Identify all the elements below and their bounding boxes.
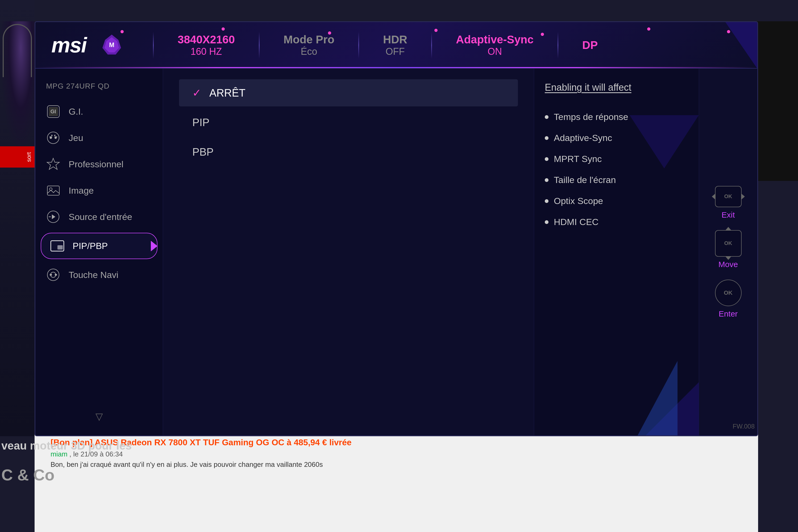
affect-label-4: Optix Scope <box>554 196 603 206</box>
input-stat: DP <box>572 39 608 52</box>
move-control[interactable]: OK Move <box>715 230 742 269</box>
adaptive-stat: Adaptive-Sync ON <box>445 33 544 57</box>
arrow-left-icon <box>712 193 716 200</box>
sidebar-item-navi[interactable]: Touche Navi <box>35 262 163 288</box>
svg-point-20 <box>48 269 59 281</box>
sort-banner: sort <box>0 146 35 168</box>
jeu-icon <box>46 131 61 145</box>
navi-icon <box>46 268 61 282</box>
svg-rect-10 <box>55 136 57 137</box>
headphone-visual <box>3 24 32 77</box>
monitor-model: MPG 274URF QD <box>35 77 163 98</box>
divider-1 <box>153 32 154 58</box>
svg-text:GI: GI <box>50 109 56 114</box>
sidebar-item-gi[interactable]: GI G.I. <box>35 98 163 125</box>
sidebar-label-pip: PIP/PBP <box>73 241 108 251</box>
affect-label-2: MPRT Sync <box>554 154 602 164</box>
refresh-value: 160 HZ <box>190 46 222 57</box>
option-pbp[interactable]: PBP <box>179 138 518 166</box>
svg-rect-19 <box>57 245 63 249</box>
sidebar-label-image: Image <box>69 185 94 196</box>
mode-label: Mode Pro <box>284 33 334 46</box>
affect-item-5: HDMI CEC <box>545 211 688 232</box>
bullet-4 <box>545 199 549 203</box>
move-label: Move <box>719 260 738 269</box>
dot-3 <box>328 32 331 35</box>
enter-control[interactable]: OK Enter <box>715 280 742 318</box>
msi-logo: msi <box>51 33 87 57</box>
source-icon <box>46 210 61 224</box>
bullet-1 <box>545 136 549 140</box>
bullet-2 <box>545 157 549 161</box>
input-value: DP <box>582 39 598 52</box>
top-bar-triangle <box>725 22 757 69</box>
image-icon <box>46 183 61 198</box>
svg-rect-23 <box>55 274 57 276</box>
bottom-left-text: veau moteur 3D pour les <box>0 439 133 452</box>
sidebar-label-navi: Touche Navi <box>69 270 118 280</box>
svg-rect-14 <box>48 186 59 195</box>
bottom-co-brand: C & Co <box>0 466 55 484</box>
web-article: [Bon plan] ASUS Radeon RX 7800 XT TUF Ga… <box>35 431 758 475</box>
adaptive-value: ON <box>488 46 502 57</box>
option-arret[interactable]: ✓ ARRÊT <box>179 79 518 107</box>
svg-text:M: M <box>109 41 114 49</box>
affect-label-3: Taille de l'écran <box>554 175 616 185</box>
svg-rect-9 <box>50 136 52 137</box>
gi-icon: GI <box>46 104 61 119</box>
svg-rect-22 <box>50 274 52 276</box>
move-icon: OK <box>715 230 742 257</box>
sidebar-label-professionnel: Professionnel <box>69 159 124 169</box>
web-area: [Bon plan] ASUS Radeon RX 7800 XT TUF Ga… <box>35 431 758 532</box>
exit-control[interactable]: OK Exit <box>715 186 742 220</box>
pip-icon <box>50 239 65 253</box>
sidebar-label-source: Source d'entrée <box>69 212 132 222</box>
exit-label: Exit <box>721 210 735 220</box>
main-content: MPG 274URF QD GI G.I. <box>35 69 757 435</box>
sidebar-item-image[interactable]: Image <box>35 177 163 204</box>
bullet-3 <box>545 178 549 182</box>
svg-point-12 <box>54 135 56 136</box>
enter-icon: OK <box>715 280 742 306</box>
dot-5 <box>541 33 544 36</box>
svg-point-11 <box>51 135 53 136</box>
fw-version: FW.008 <box>733 423 755 430</box>
ok-label-exit: OK <box>724 193 732 200</box>
sidebar-label-jeu: Jeu <box>69 133 83 143</box>
divider-5 <box>557 32 558 58</box>
dot-1 <box>120 30 124 33</box>
sidebar-item-pip[interactable]: PIP/PBP <box>41 233 157 259</box>
deco-triangle-tr <box>630 115 699 168</box>
svg-marker-13 <box>47 158 59 169</box>
option-pip[interactable]: PIP <box>179 109 518 136</box>
bullet-0 <box>545 115 549 119</box>
affect-label-0: Temps de réponse <box>554 112 628 122</box>
article-meta: miam , le 21/09 à 06:34 <box>51 450 742 458</box>
divider-4 <box>431 32 432 58</box>
arrow-up-icon <box>725 227 732 231</box>
hdr-stat: HDR OFF <box>373 33 418 57</box>
professionnel-icon <box>46 157 61 172</box>
dot-6 <box>647 27 650 31</box>
top-bar: msi M 3840X2160 160 HZ Mode Pro Éco HDR … <box>35 22 757 69</box>
article-title[interactable]: [Bon plan] ASUS Radeon RX 7800 XT TUF Ga… <box>51 438 742 448</box>
controls-panel: OK Exit OK Move OK Enter <box>699 69 757 435</box>
divider-3 <box>358 32 359 58</box>
sidebar-item-source[interactable]: Source d'entrée <box>35 204 163 230</box>
option-pip-label: PIP <box>192 116 209 129</box>
article-text: Bon, ben j'ai craqué avant qu'il n'y en … <box>51 460 742 469</box>
hdr-value: OFF <box>386 46 405 57</box>
ok-label-move: OK <box>724 240 732 246</box>
bullet-5 <box>545 220 549 224</box>
sidebar-item-jeu[interactable]: Jeu <box>35 125 163 151</box>
dot-2 <box>222 27 225 31</box>
svg-point-6 <box>48 132 59 144</box>
sidebar-item-professionnel[interactable]: Professionnel <box>35 151 163 177</box>
arrow-down-icon <box>725 256 732 260</box>
resolution-value: 3840X2160 <box>178 33 235 46</box>
sidebar-item-pip-wrapper[interactable]: PIP/PBP <box>41 233 157 259</box>
option-pbp-label: PBP <box>192 146 214 158</box>
affect-label-1: Adaptive-Sync <box>554 133 612 143</box>
exit-icon: OK <box>715 186 742 207</box>
arrow-right-icon <box>741 193 745 200</box>
